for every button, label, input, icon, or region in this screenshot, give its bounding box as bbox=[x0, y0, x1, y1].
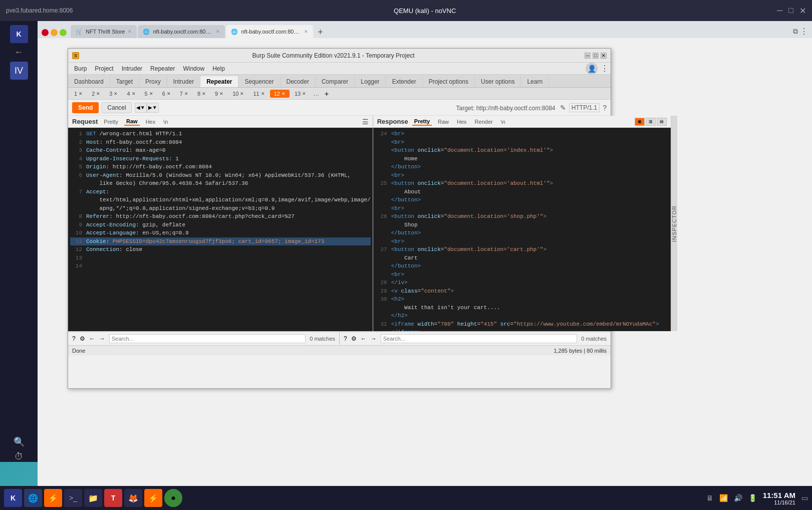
rep-tab-add[interactable]: + bbox=[322, 89, 331, 98]
view-split-horiz[interactable]: ▣ bbox=[635, 118, 645, 126]
burp-menu-icon[interactable]: ⋮ bbox=[601, 64, 609, 73]
req-search-help[interactable]: ? bbox=[72, 335, 76, 342]
sidebar-search[interactable]: 🔍 bbox=[14, 436, 25, 447]
rep-tab-11[interactable]: 11 ✕ bbox=[249, 90, 268, 98]
taskbar-show-desktop[interactable]: ▭ bbox=[801, 494, 808, 502]
edit-target-icon[interactable]: ✎ bbox=[560, 104, 566, 112]
rep-tab-6-close[interactable]: ✕ bbox=[167, 91, 171, 96]
rep-tab-12[interactable]: 12 ✕ bbox=[270, 90, 290, 98]
rep-tab-more[interactable]: … bbox=[311, 90, 321, 97]
tab-target[interactable]: Target bbox=[110, 76, 139, 87]
res-tab-render[interactable]: Render bbox=[473, 118, 495, 125]
taskbar-volume[interactable]: 🔊 bbox=[734, 494, 742, 502]
rep-tab-10-close[interactable]: ✕ bbox=[240, 91, 244, 96]
taskbar-files[interactable]: 📁 bbox=[84, 489, 102, 507]
req-search-prev[interactable]: ← bbox=[89, 335, 95, 342]
response-code-area[interactable]: 24 <br> <br> <button onclick="document.l… bbox=[373, 128, 671, 331]
novnc-maximize[interactable]: □ bbox=[788, 6, 793, 15]
sidebar-iv[interactable]: IV bbox=[10, 62, 28, 80]
res-search-settings[interactable]: ⚙ bbox=[351, 335, 357, 342]
burp-close[interactable]: ✕ bbox=[601, 53, 607, 59]
rep-tab-5-close[interactable]: ✕ bbox=[149, 91, 153, 96]
tab3-close[interactable]: ✕ bbox=[304, 29, 308, 34]
sidebar-clock[interactable]: ⏱ bbox=[15, 451, 24, 462]
menu-intruder[interactable]: Intruder bbox=[118, 64, 146, 73]
novnc-minimize[interactable]: ─ bbox=[777, 6, 782, 15]
req-search-settings[interactable]: ⚙ bbox=[80, 335, 85, 342]
nav-prev-group[interactable]: ◀▼ bbox=[135, 103, 147, 113]
taskbar-firefox[interactable]: 🦊 bbox=[124, 489, 142, 507]
rep-tab-3-close[interactable]: ✕ bbox=[114, 91, 118, 96]
menu-burp[interactable]: Burp bbox=[70, 64, 91, 73]
req-tab-newline[interactable]: \n bbox=[161, 118, 170, 125]
rep-tab-13[interactable]: 13 ✕ bbox=[291, 90, 310, 98]
rep-tab-5[interactable]: 5 ✕ bbox=[141, 90, 157, 98]
menu-window[interactable]: Window bbox=[179, 64, 208, 73]
browser-max[interactable] bbox=[60, 29, 67, 36]
rep-tab-11-close[interactable]: ✕ bbox=[261, 91, 265, 96]
browser-extensions[interactable]: ⧉ bbox=[793, 27, 798, 36]
res-tab-hex[interactable]: Hex bbox=[455, 118, 469, 125]
res-search-help[interactable]: ? bbox=[344, 335, 347, 342]
view-split-vert[interactable]: ▥ bbox=[646, 118, 656, 126]
rep-tab-4[interactable]: 4 ✕ bbox=[123, 90, 139, 98]
res-search-prev[interactable]: ← bbox=[361, 335, 367, 342]
tab-intruder[interactable]: Intruder bbox=[167, 76, 200, 87]
rep-tab-7-close[interactable]: ✕ bbox=[184, 91, 188, 96]
kali-start[interactable]: K bbox=[4, 489, 22, 507]
rep-tab-2-close[interactable]: ✕ bbox=[96, 91, 100, 96]
tab-decoder[interactable]: Decoder bbox=[281, 76, 316, 87]
novnc-close[interactable]: ✕ bbox=[799, 6, 806, 16]
tab-extender[interactable]: Extender bbox=[386, 76, 423, 87]
taskbar-burp[interactable]: ⚡ bbox=[44, 489, 62, 507]
rep-tab-1-close[interactable]: ✕ bbox=[79, 91, 83, 96]
menu-help[interactable]: Help bbox=[208, 64, 229, 73]
burp-maximize[interactable]: □ bbox=[593, 53, 599, 59]
rep-tab-7[interactable]: 7 ✕ bbox=[176, 90, 192, 98]
tab-user-options[interactable]: User options bbox=[475, 76, 521, 87]
tab-dashboard[interactable]: Dashboard bbox=[68, 76, 110, 87]
res-tab-raw[interactable]: Raw bbox=[436, 118, 451, 125]
rep-tab-8-close[interactable]: ✕ bbox=[202, 91, 206, 96]
taskbar-browser[interactable]: 🌐 bbox=[24, 489, 42, 507]
browser-menu[interactable]: ⋮ bbox=[800, 27, 808, 36]
send-button[interactable]: Send bbox=[72, 102, 99, 113]
view-full[interactable]: ▤ bbox=[657, 118, 667, 126]
res-search-next[interactable]: → bbox=[371, 335, 377, 342]
tab2-close[interactable]: ✕ bbox=[216, 29, 220, 34]
rep-tab-10[interactable]: 10 ✕ bbox=[228, 90, 248, 98]
req-tab-hex[interactable]: Hex bbox=[144, 118, 158, 125]
taskbar-chrome[interactable]: ● bbox=[164, 489, 182, 507]
tab-logger[interactable]: Logger bbox=[355, 76, 386, 87]
rep-tab-8[interactable]: 8 ✕ bbox=[193, 90, 210, 98]
burp-minimize[interactable]: ─ bbox=[585, 53, 591, 59]
taskbar-burp2[interactable]: ⚡ bbox=[144, 489, 162, 507]
req-tab-raw[interactable]: Raw bbox=[124, 118, 140, 126]
taskbar-text-editor[interactable]: T bbox=[104, 489, 122, 507]
res-tab-pretty[interactable]: Pretty bbox=[412, 118, 432, 126]
req-tab-pretty[interactable]: Pretty bbox=[102, 118, 120, 125]
taskbar-terminal[interactable]: >_ bbox=[64, 489, 82, 507]
taskbar-network[interactable]: 📶 bbox=[719, 494, 728, 502]
taskbar-monitor[interactable]: 🖥 bbox=[706, 494, 713, 502]
rep-tab-13-close[interactable]: ✕ bbox=[302, 91, 306, 96]
req-search-next[interactable]: → bbox=[99, 335, 105, 342]
request-code-area[interactable]: 1 GET /wrong-cart.html HTTP/1.1 2 Host: … bbox=[68, 128, 373, 331]
taskbar-battery[interactable]: 🔋 bbox=[748, 494, 757, 502]
rep-tab-4-close[interactable]: ✕ bbox=[132, 91, 136, 96]
request-search-input[interactable] bbox=[109, 334, 306, 343]
rep-tab-12-close[interactable]: ✕ bbox=[282, 91, 286, 96]
tab1-close[interactable]: ✕ bbox=[128, 29, 132, 34]
tab-learn[interactable]: Learn bbox=[521, 76, 549, 87]
tab-comparer[interactable]: Comparer bbox=[316, 76, 355, 87]
response-search-input[interactable] bbox=[381, 334, 578, 343]
rep-tab-3[interactable]: 3 ✕ bbox=[105, 90, 122, 98]
res-tab-newline[interactable]: \n bbox=[499, 118, 507, 125]
tab-proxy[interactable]: Proxy bbox=[139, 76, 167, 87]
browser-min[interactable] bbox=[51, 29, 58, 36]
menu-repeater[interactable]: Repeater bbox=[146, 64, 179, 73]
browser-tab-2[interactable]: 🌐 nft-baby.ooctf.com:8084/DB... ✕ bbox=[138, 25, 225, 38]
rep-tab-9-close[interactable]: ✕ bbox=[219, 91, 223, 96]
new-tab-btn[interactable]: + bbox=[314, 26, 326, 38]
menu-project[interactable]: Project bbox=[91, 64, 117, 73]
